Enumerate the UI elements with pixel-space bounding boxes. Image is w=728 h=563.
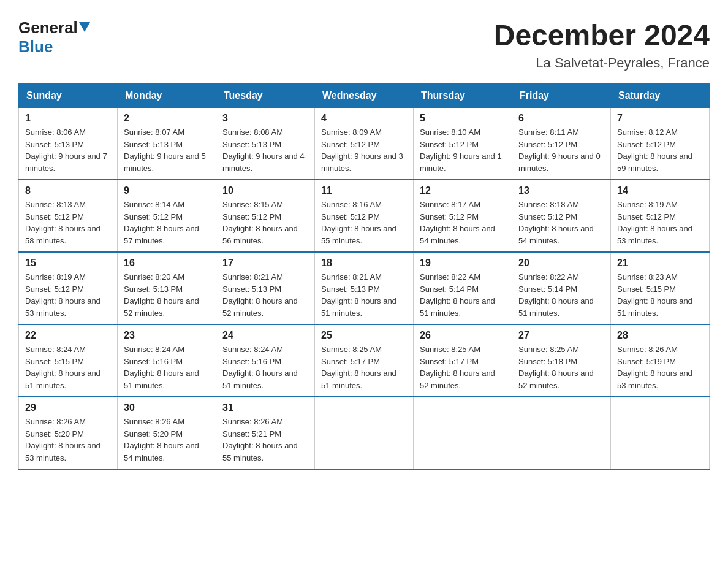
daylight-label: Daylight: 9 hours and 7 minutes. — [25, 151, 107, 173]
day-number: 11 — [321, 185, 407, 196]
sunset-label: Sunset: 5:12 PM — [518, 212, 577, 221]
day-number: 12 — [420, 185, 506, 196]
calendar-cell: 31 Sunrise: 8:26 AM Sunset: 5:21 PM Dayl… — [216, 397, 315, 469]
calendar-cell: 28 Sunrise: 8:26 AM Sunset: 5:19 PM Dayl… — [611, 324, 710, 397]
day-info: Sunrise: 8:07 AM Sunset: 5:13 PM Dayligh… — [124, 126, 210, 174]
sunrise-label: Sunrise: 8:26 AM — [25, 417, 86, 426]
title-block: December 2024 La Salvetat-Peyrales, Fran… — [494, 18, 710, 71]
day-number: 18 — [321, 258, 407, 269]
sunrise-label: Sunrise: 8:22 AM — [420, 272, 480, 282]
sunrise-label: Sunrise: 8:25 AM — [321, 345, 382, 354]
page-subtitle: La Salvetat-Peyrales, France — [494, 55, 710, 71]
logo-arrow-icon — [78, 22, 90, 34]
day-number: 6 — [518, 113, 604, 124]
sunrise-label: Sunrise: 8:24 AM — [124, 345, 184, 354]
day-number: 15 — [25, 258, 111, 269]
day-info: Sunrise: 8:22 AM Sunset: 5:14 PM Dayligh… — [518, 271, 604, 319]
col-sunday: Sunday — [19, 84, 118, 108]
day-number: 14 — [617, 185, 703, 196]
daylight-label: Daylight: 9 hours and 1 minute. — [420, 151, 502, 173]
sunset-label: Sunset: 5:13 PM — [222, 140, 281, 149]
day-info: Sunrise: 8:25 AM Sunset: 5:17 PM Dayligh… — [321, 343, 407, 391]
day-number: 3 — [222, 113, 308, 124]
daylight-label: Daylight: 8 hours and 54 minutes. — [124, 441, 199, 462]
daylight-label: Daylight: 8 hours and 51 minutes. — [617, 296, 692, 318]
day-info: Sunrise: 8:11 AM Sunset: 5:12 PM Dayligh… — [518, 126, 604, 174]
sunset-label: Sunset: 5:13 PM — [321, 285, 380, 294]
col-thursday: Thursday — [414, 84, 512, 108]
sunset-label: Sunset: 5:14 PM — [420, 285, 479, 294]
calendar-cell — [611, 397, 710, 469]
sunrise-label: Sunrise: 8:17 AM — [420, 200, 480, 209]
day-info: Sunrise: 8:19 AM Sunset: 5:12 PM Dayligh… — [617, 199, 703, 247]
calendar-cell: 15 Sunrise: 8:19 AM Sunset: 5:12 PM Dayl… — [19, 252, 118, 324]
daylight-label: Daylight: 8 hours and 52 minutes. — [518, 369, 594, 390]
sunrise-label: Sunrise: 8:16 AM — [321, 200, 382, 209]
sunset-label: Sunset: 5:12 PM — [124, 212, 183, 221]
sunrise-label: Sunrise: 8:14 AM — [124, 200, 184, 209]
day-number: 28 — [617, 330, 703, 341]
sunrise-label: Sunrise: 8:19 AM — [617, 200, 678, 209]
daylight-label: Daylight: 8 hours and 58 minutes. — [25, 224, 100, 245]
day-number: 22 — [25, 330, 111, 341]
day-info: Sunrise: 8:13 AM Sunset: 5:12 PM Dayligh… — [25, 199, 111, 247]
sunrise-label: Sunrise: 8:24 AM — [222, 345, 283, 354]
col-saturday: Saturday — [611, 84, 710, 108]
sunset-label: Sunset: 5:16 PM — [124, 357, 183, 366]
calendar-cell: 1 Sunrise: 8:06 AM Sunset: 5:13 PM Dayli… — [19, 108, 118, 180]
sunset-label: Sunset: 5:20 PM — [25, 429, 84, 439]
sunset-label: Sunset: 5:17 PM — [321, 357, 380, 366]
daylight-label: Daylight: 8 hours and 56 minutes. — [222, 224, 298, 245]
calendar-cell: 16 Sunrise: 8:20 AM Sunset: 5:13 PM Dayl… — [118, 252, 216, 324]
calendar-cell: 18 Sunrise: 8:21 AM Sunset: 5:13 PM Dayl… — [315, 252, 414, 324]
calendar-cell — [414, 397, 512, 469]
day-number: 24 — [222, 330, 308, 341]
day-info: Sunrise: 8:22 AM Sunset: 5:14 PM Dayligh… — [420, 271, 506, 319]
sunrise-label: Sunrise: 8:20 AM — [124, 272, 184, 282]
day-info: Sunrise: 8:18 AM Sunset: 5:12 PM Dayligh… — [518, 199, 604, 247]
calendar-cell: 23 Sunrise: 8:24 AM Sunset: 5:16 PM Dayl… — [118, 324, 216, 397]
sunset-label: Sunset: 5:12 PM — [25, 212, 84, 221]
day-info: Sunrise: 8:09 AM Sunset: 5:12 PM Dayligh… — [321, 126, 407, 174]
sunrise-label: Sunrise: 8:18 AM — [518, 200, 579, 209]
daylight-label: Daylight: 8 hours and 57 minutes. — [124, 224, 199, 245]
daylight-label: Daylight: 8 hours and 51 minutes. — [518, 296, 594, 318]
day-number: 5 — [420, 113, 506, 124]
sunrise-label: Sunrise: 8:07 AM — [124, 128, 184, 137]
col-friday: Friday — [512, 84, 611, 108]
sunset-label: Sunset: 5:13 PM — [124, 140, 183, 149]
calendar-week-3: 15 Sunrise: 8:19 AM Sunset: 5:12 PM Dayl… — [19, 252, 710, 324]
calendar-cell: 9 Sunrise: 8:14 AM Sunset: 5:12 PM Dayli… — [118, 180, 216, 252]
sunset-label: Sunset: 5:18 PM — [518, 357, 577, 366]
calendar-cell: 8 Sunrise: 8:13 AM Sunset: 5:12 PM Dayli… — [19, 180, 118, 252]
day-number: 30 — [124, 402, 210, 413]
day-number: 17 — [222, 258, 308, 269]
sunset-label: Sunset: 5:12 PM — [518, 140, 577, 149]
sunrise-label: Sunrise: 8:06 AM — [25, 128, 86, 137]
daylight-label: Daylight: 8 hours and 52 minutes. — [124, 296, 199, 318]
calendar-cell: 11 Sunrise: 8:16 AM Sunset: 5:12 PM Dayl… — [315, 180, 414, 252]
calendar-cell: 3 Sunrise: 8:08 AM Sunset: 5:13 PM Dayli… — [216, 108, 315, 180]
sunset-label: Sunset: 5:12 PM — [420, 212, 479, 221]
day-info: Sunrise: 8:08 AM Sunset: 5:13 PM Dayligh… — [222, 126, 308, 174]
calendar-table: Sunday Monday Tuesday Wednesday Thursday… — [18, 83, 710, 470]
daylight-label: Daylight: 8 hours and 59 minutes. — [617, 151, 692, 173]
daylight-label: Daylight: 9 hours and 0 minutes. — [518, 151, 601, 173]
daylight-label: Daylight: 8 hours and 53 minutes. — [25, 296, 100, 318]
sunrise-label: Sunrise: 8:09 AM — [321, 128, 382, 137]
day-info: Sunrise: 8:23 AM Sunset: 5:15 PM Dayligh… — [617, 271, 703, 319]
sunset-label: Sunset: 5:15 PM — [617, 285, 676, 294]
day-number: 26 — [420, 330, 506, 341]
day-info: Sunrise: 8:12 AM Sunset: 5:12 PM Dayligh… — [617, 126, 703, 174]
day-number: 8 — [25, 185, 111, 196]
day-number: 23 — [124, 330, 210, 341]
calendar-week-1: 1 Sunrise: 8:06 AM Sunset: 5:13 PM Dayli… — [19, 108, 710, 180]
sunrise-label: Sunrise: 8:11 AM — [518, 128, 579, 137]
day-number: 4 — [321, 113, 407, 124]
calendar-week-4: 22 Sunrise: 8:24 AM Sunset: 5:15 PM Dayl… — [19, 324, 710, 397]
day-number: 16 — [124, 258, 210, 269]
sunrise-label: Sunrise: 8:21 AM — [222, 272, 283, 282]
sunrise-label: Sunrise: 8:25 AM — [420, 345, 480, 354]
calendar-cell: 29 Sunrise: 8:26 AM Sunset: 5:20 PM Dayl… — [19, 397, 118, 469]
day-number: 20 — [518, 258, 604, 269]
